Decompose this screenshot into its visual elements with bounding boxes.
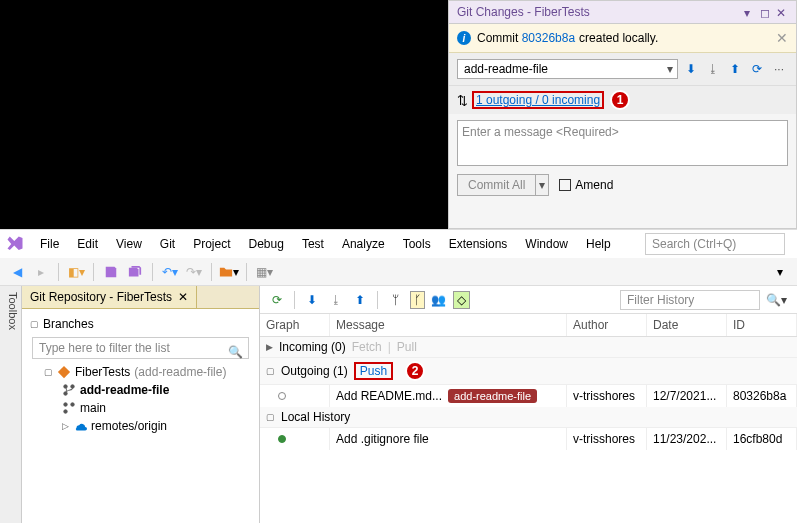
col-id[interactable]: ID (727, 314, 797, 336)
history-panel: ⟳ ⬇ ⭳ ⬆ ᛘ ᚴ 👥 ◇ Filter History 🔍▾ Graph … (260, 286, 797, 523)
pull-icon[interactable]: ⭳ (325, 289, 347, 311)
branch-icon (62, 383, 76, 397)
branch-tag: add-readme-file (448, 389, 537, 403)
menu-file[interactable]: File (32, 233, 67, 255)
menu-analyze[interactable]: Analyze (334, 233, 393, 255)
undo-button[interactable]: ↶▾ (159, 261, 181, 283)
branches-node[interactable]: ▢Branches (26, 315, 255, 333)
col-graph[interactable]: Graph (260, 314, 330, 336)
doc-tabs: Git Repository - FiberTests ✕ (22, 286, 259, 309)
main-split: Toolbox Git Repository - FiberTests ✕ ▢B… (0, 286, 797, 523)
menu-tools[interactable]: Tools (395, 233, 439, 255)
branch-icon (62, 401, 76, 415)
menu-test[interactable]: Test (294, 233, 332, 255)
chevron-right-icon: ▶ (266, 342, 273, 352)
separator (152, 263, 153, 281)
nav-back-button[interactable]: ◀ (6, 261, 28, 283)
branch-graph-icon[interactable]: ᛘ (384, 289, 406, 311)
cfg-button[interactable]: ▦▾ (253, 261, 275, 283)
search-input[interactable]: Search (Ctrl+Q) (645, 233, 785, 255)
refresh-button[interactable]: ⟳ (266, 289, 288, 311)
separator (211, 263, 212, 281)
sync-icon[interactable]: ⟳ (748, 60, 766, 78)
sync-arrows-icon: ⇅ (457, 93, 468, 108)
git-icon (57, 365, 71, 379)
fetch-icon[interactable]: ⬇ (682, 60, 700, 78)
info-notification: i Commit 80326b8a created locally. ✕ (449, 24, 796, 53)
commit-message-input[interactable]: Enter a message <Required> (457, 120, 788, 166)
dropdown-icon[interactable]: ▾ (744, 6, 756, 18)
toolbox-tab[interactable]: Toolbox (0, 286, 22, 523)
col-date[interactable]: Date (647, 314, 727, 336)
tab-git-repository[interactable]: Git Repository - FiberTests ✕ (22, 286, 197, 308)
menu-window[interactable]: Window (517, 233, 576, 255)
push-link[interactable]: Push (354, 362, 393, 380)
commit-row-2[interactable]: Add .gitignore file v-trisshores 11/23/2… (260, 428, 797, 450)
history-columns: Graph Message Author Date ID (260, 314, 797, 337)
branch-selector[interactable]: add-readme-file (457, 59, 678, 79)
menu-git[interactable]: Git (152, 233, 183, 255)
ide-window: File Edit View Git Project Debug Test An… (0, 229, 797, 523)
dismiss-info-icon[interactable]: ✕ (776, 30, 788, 46)
amend-checkbox[interactable]: Amend (559, 178, 613, 192)
separator (377, 291, 378, 309)
repo-node[interactable]: ▢ FiberTests (add-readme-file) (26, 363, 255, 381)
panel-titlebar: Git Changes - FiberTests ▾ ◻ ✕ (449, 1, 796, 24)
menu-project[interactable]: Project (185, 233, 238, 255)
commit-all-button[interactable]: Commit All (457, 174, 536, 196)
push-icon[interactable]: ⬆ (726, 60, 744, 78)
branch-main[interactable]: main (26, 399, 255, 417)
col-author[interactable]: Author (567, 314, 647, 336)
separator (58, 263, 59, 281)
folder-button[interactable]: ▾ (218, 261, 240, 283)
menu-edit[interactable]: Edit (69, 233, 106, 255)
outgoing-section[interactable]: ▢ Outgoing (1) Push 2 (260, 358, 797, 385)
tag-filter-button[interactable]: ◇ (453, 291, 470, 309)
callout-1: 1 (610, 90, 630, 110)
save-button[interactable] (100, 261, 122, 283)
panel-title: Git Changes - FiberTests (457, 5, 740, 19)
commit-dropdown-button[interactable]: ▾ (536, 174, 549, 196)
fetch-icon[interactable]: ⬇ (301, 289, 323, 311)
local-history-section[interactable]: ▢ Local History (260, 407, 797, 428)
close-icon[interactable]: ✕ (776, 6, 788, 18)
commit-row-1[interactable]: Add README.md... add-readme-file v-triss… (260, 385, 797, 407)
pin-icon[interactable]: ◻ (760, 6, 772, 18)
pull-icon[interactable]: ⭳ (704, 60, 722, 78)
chevron-down-icon: ▢ (266, 412, 275, 422)
more-icon[interactable]: ··· (770, 60, 788, 78)
commit-link[interactable]: 80326b8a (522, 31, 575, 45)
incoming-section[interactable]: ▶ Incoming (0) Fetch | Pull (260, 337, 797, 358)
git-changes-panel: Git Changes - FiberTests ▾ ◻ ✕ i Commit … (448, 0, 797, 229)
menu-view[interactable]: View (108, 233, 150, 255)
commit-actions: Commit All ▾ Amend (449, 172, 796, 202)
menu-debug[interactable]: Debug (241, 233, 292, 255)
commit-dot-icon (278, 392, 286, 400)
separator (246, 263, 247, 281)
search-icon[interactable]: 🔍▾ (762, 293, 791, 307)
push-icon[interactable]: ⬆ (349, 289, 371, 311)
cloud-icon (73, 419, 87, 433)
filter-branch-button[interactable]: ᚴ (410, 291, 425, 309)
new-button[interactable]: ◧▾ (65, 261, 87, 283)
save-all-button[interactable] (124, 261, 146, 283)
nav-fwd-button[interactable]: ▸ (30, 261, 52, 283)
chevron-down-icon: ▢ (266, 366, 275, 376)
remotes-node[interactable]: ▷ remotes/origin (26, 417, 255, 435)
col-message[interactable]: Message (330, 314, 567, 336)
commit-dot-icon (278, 435, 286, 443)
info-suffix: created locally. (579, 31, 658, 45)
history-filter-input[interactable]: Filter History (620, 290, 760, 310)
info-icon: i (457, 31, 471, 45)
redo-button[interactable]: ↷▾ (183, 261, 205, 283)
history-toolbar: ⟳ ⬇ ⭳ ⬆ ᛘ ᚴ 👥 ◇ Filter History 🔍▾ (260, 286, 797, 314)
outgoing-incoming-link[interactable]: 1 outgoing / 0 incoming (472, 91, 604, 109)
overflow-button[interactable]: ▾ (769, 261, 791, 283)
tab-close-icon[interactable]: ✕ (178, 290, 188, 304)
menu-help[interactable]: Help (578, 233, 619, 255)
branch-add-readme[interactable]: add-readme-file (26, 381, 255, 399)
branch-filter-input[interactable]: Type here to filter the list (32, 337, 249, 359)
menu-bar: File Edit View Git Project Debug Test An… (0, 230, 797, 258)
menu-extensions[interactable]: Extensions (441, 233, 516, 255)
people-icon[interactable]: 👥 (427, 289, 449, 311)
